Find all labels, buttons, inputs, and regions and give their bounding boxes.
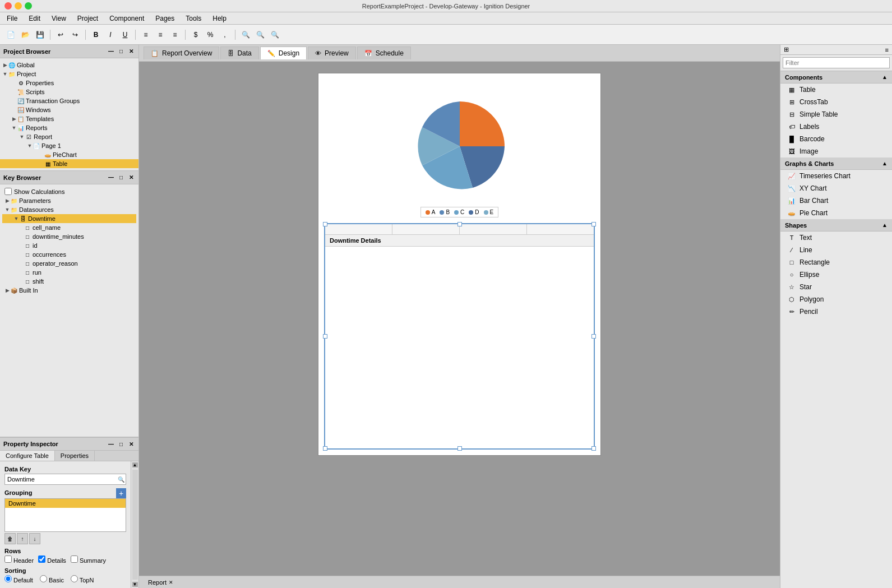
tree-item-properties[interactable]: ⚙ Properties [0, 78, 138, 87]
redo-button[interactable]: ↪ [69, 29, 81, 41]
align-left-button[interactable]: ≡ [140, 29, 152, 41]
new-button[interactable]: 📄 [4, 29, 17, 41]
menu-project[interactable]: Project [75, 13, 100, 24]
dollar-button[interactable]: $ [190, 29, 202, 41]
tree-item-reports[interactable]: ▼ 📊 Reports [0, 123, 138, 132]
sort-basic-radio[interactable] [40, 575, 47, 582]
close-panel-icon[interactable]: ✕ [127, 48, 135, 55]
component-polygon[interactable]: ⬡ Polygon [780, 293, 892, 305]
comma-button[interactable]: , [219, 29, 231, 41]
menu-component[interactable]: Component [107, 13, 146, 24]
tree-item-downtime[interactable]: ▼ 🗄 Downtime [2, 214, 136, 223]
tree-item-piechart[interactable]: 🥧 PieChart [0, 150, 138, 159]
scrollbar[interactable]: ▲ ▼ [131, 461, 138, 588]
grouping-item-downtime[interactable]: Downtime [5, 499, 126, 508]
component-rectangle[interactable]: □ Rectangle [780, 256, 892, 268]
component-table[interactable]: ▦ Table [780, 84, 892, 96]
underline-button[interactable]: U [119, 29, 131, 41]
menu-pages[interactable]: Pages [153, 13, 177, 24]
tree-item-project[interactable]: ▼ 📁 Project [0, 70, 138, 78]
resize-mr[interactable] [591, 334, 596, 339]
tree-item-global[interactable]: ▶ 🌐 Global [0, 61, 138, 70]
resize-bl[interactable] [323, 446, 327, 451]
component-line[interactable]: ∕ Line [780, 244, 892, 256]
component-barcode[interactable]: ▐▌ Barcode [780, 133, 892, 145]
resize-ml[interactable] [323, 334, 327, 339]
percent-button[interactable]: % [204, 29, 216, 41]
tree-item-id[interactable]: □ id [2, 241, 136, 250]
zoom-fit-button[interactable]: 🔍 [269, 29, 281, 41]
component-labels[interactable]: 🏷 Labels [780, 121, 892, 133]
tree-item-cell-name[interactable]: □ cell_name [2, 223, 136, 232]
component-image[interactable]: 🖼 Image [780, 145, 892, 158]
component-timeseries[interactable]: 📈 Timeseries Chart [780, 170, 892, 182]
tab-properties[interactable]: Properties [55, 451, 95, 461]
header-checkbox[interactable] [4, 555, 12, 563]
minimize-kb-icon[interactable]: — [107, 174, 115, 182]
align-center-button[interactable]: ≡ [154, 29, 167, 41]
tree-item-transactions[interactable]: 🔄 Transaction Groups [0, 96, 138, 105]
tree-item-shift[interactable]: □ shift [2, 277, 136, 286]
collapse-shapes-icon[interactable]: ▲ [882, 222, 888, 228]
tree-item-windows[interactable]: 🪟 Windows [0, 105, 138, 114]
component-crosstab[interactable]: ⊞ CrossTab [780, 96, 892, 108]
sort-topn-radio[interactable] [71, 575, 78, 582]
tab-preview[interactable]: 👁 Preview [308, 47, 356, 59]
bottom-tab-report[interactable]: Report ✕ [144, 578, 178, 587]
bottom-tab-close-icon[interactable]: ✕ [169, 580, 173, 585]
tree-item-operator-reason[interactable]: □ operator_reason [2, 259, 136, 268]
collapse-components-icon[interactable]: ▲ [882, 74, 888, 80]
menu-file[interactable]: File [4, 13, 20, 24]
component-ellipse[interactable]: ○ Ellipse [780, 268, 892, 281]
add-grouping-button[interactable]: + [116, 488, 126, 498]
tree-item-table[interactable]: ▦ Table [0, 159, 138, 168]
menu-tools[interactable]: Tools [183, 13, 204, 24]
tree-item-parameters[interactable]: ▶ 📁 Parameters [2, 196, 136, 205]
menu-help[interactable]: Help [210, 13, 229, 24]
tree-item-page1[interactable]: ▼ 📄 Page 1 [0, 141, 138, 150]
menu-edit[interactable]: Edit [26, 13, 43, 24]
tree-item-downtime-minutes[interactable]: □ downtime_minutes [2, 232, 136, 241]
search-icon[interactable]: 🔍 [118, 476, 124, 483]
resize-bc[interactable] [457, 446, 462, 451]
component-pencil[interactable]: ✏ Pencil [780, 305, 892, 318]
shapes-section-header[interactable]: Shapes ▲ [780, 219, 892, 232]
tree-item-templates[interactable]: ▶ 📋 Templates [0, 114, 138, 123]
component-text[interactable]: T Text [780, 232, 892, 244]
tab-configure-table[interactable]: Configure Table [0, 451, 55, 461]
collapse-graphs-icon[interactable]: ▲ [882, 160, 888, 166]
tab-schedule[interactable]: 📅 Schedule [357, 47, 411, 59]
filter-input[interactable] [783, 57, 890, 68]
scroll-down-icon[interactable]: ▼ [132, 582, 138, 587]
open-button[interactable]: 📂 [19, 29, 31, 41]
data-key-input[interactable] [7, 476, 112, 483]
tab-design[interactable]: ✏️ Design [260, 47, 307, 59]
component-bar-chart[interactable]: 📊 Bar Chart [780, 195, 892, 207]
align-right-button[interactable]: ≡ [169, 29, 181, 41]
bold-button[interactable]: B [90, 29, 102, 41]
tree-item-datasources[interactable]: ▼ 📁 Datasources [2, 205, 136, 214]
component-star[interactable]: ☆ Star [780, 281, 892, 293]
minimize-pi-icon[interactable]: — [107, 440, 115, 448]
scroll-up-icon[interactable]: ▲ [132, 462, 138, 467]
resize-tl[interactable] [323, 222, 327, 226]
move-up-grouping-button[interactable]: ↑ [17, 533, 28, 544]
report-table[interactable]: Downtime Details [324, 223, 595, 450]
summary-checkbox[interactable] [71, 555, 78, 563]
resize-tr[interactable] [591, 222, 596, 226]
resize-tc[interactable] [457, 222, 462, 226]
delete-grouping-button[interactable]: 🗑 [4, 533, 16, 544]
tree-item-occurrences[interactable]: □ occurrences [2, 250, 136, 259]
minimize-panel-icon[interactable]: — [107, 48, 115, 55]
tree-item-report[interactable]: ▼ ☑ Report [0, 132, 138, 141]
design-canvas[interactable]: A B C D [139, 62, 780, 576]
maximize-button[interactable] [25, 2, 32, 10]
component-simple-table[interactable]: ⊟ Simple Table [780, 108, 892, 121]
graphs-section-header[interactable]: Graphs & Charts ▲ [780, 158, 892, 170]
tab-data[interactable]: 🗄 Data [220, 47, 258, 59]
menu-view[interactable]: View [49, 13, 68, 24]
minimize-button[interactable] [15, 2, 22, 10]
close-pi-icon[interactable]: ✕ [127, 440, 135, 448]
tree-item-builtin[interactable]: ▶ 📦 Built In [2, 286, 136, 295]
list-icon[interactable]: ≡ [885, 47, 889, 53]
